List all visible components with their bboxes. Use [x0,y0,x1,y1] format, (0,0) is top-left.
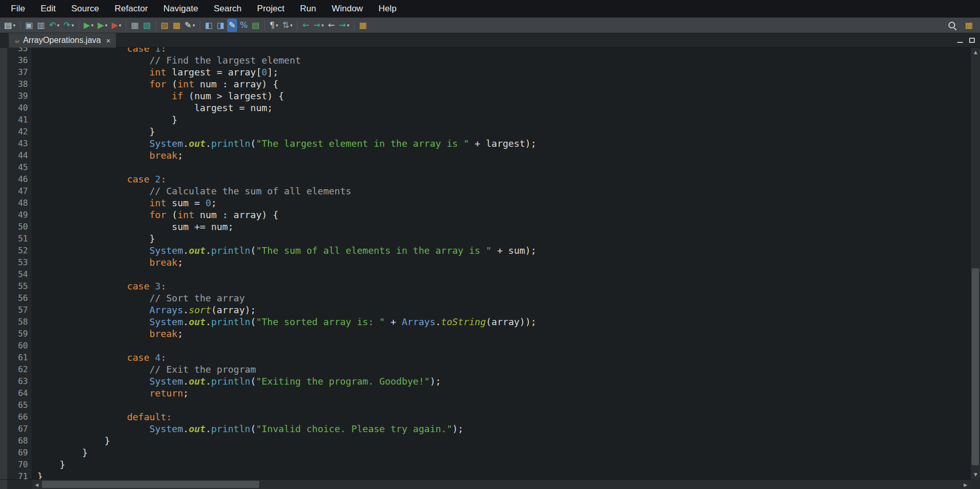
dropdown-caret-icon[interactable]: ▾ [105,23,108,28]
gutter-bottom-fill [0,479,32,489]
dropdown-caret-icon[interactable]: ▾ [13,23,16,28]
dropdown-caret-icon[interactable]: ▾ [192,23,195,28]
code-line: 41 } [7,114,970,126]
clean-build-button[interactable]: ▧ [141,19,152,32]
copy-button[interactable]: ▥ [36,19,47,32]
screenshot-button[interactable]: ▦ [358,19,368,32]
show-whitespace-button[interactable]: ¶▾ [268,19,280,32]
line-number: 56 [7,292,32,304]
save-button[interactable]: ▣ [24,19,35,32]
code-line: 65 [7,399,970,411]
line-number: 64 [7,387,32,399]
dropdown-caret-icon[interactable]: ▾ [347,23,350,28]
line-text: } [32,459,65,470]
menu-navigate[interactable]: Navigate [156,0,206,18]
vertical-scrollbar[interactable]: ▲ ▼ [970,48,980,479]
format-code-button[interactable]: ✎▾ [183,19,197,32]
code-line: 37 int largest = array[0]; [7,66,970,78]
code-line: 51 } [7,233,970,244]
docs-button[interactable]: ▤ [250,19,261,32]
toolbar-divider [354,20,354,30]
line-text: break; [32,328,183,340]
forward-button[interactable]: →▾ [312,19,325,32]
scroll-right-icon[interactable]: ▶ [961,480,970,489]
screenshot-icon: ▦ [359,21,367,29]
code-line: 48 int sum = 0; [7,197,970,209]
line-number: 52 [7,244,32,256]
compare-button[interactable]: ◨ [215,19,226,32]
dropdown-caret-icon[interactable]: ▾ [57,23,60,28]
maximize-icon[interactable] [969,38,975,43]
open-project-button[interactable]: ▨ [159,19,170,32]
menu-source[interactable]: Source [64,0,107,18]
code-line: 59 break; [7,328,970,340]
menu-refactor[interactable]: Refactor [107,0,156,18]
line-text [32,268,37,280]
dropdown-caret-icon[interactable]: ▾ [321,23,324,28]
new-project-button[interactable]: ▩ [171,19,182,32]
coverage-button[interactable]: % [238,19,249,32]
code-line: 49 for (int num : array) { [7,209,970,221]
scroll-left-icon[interactable]: ◀ [32,480,41,489]
minimize-icon[interactable] [957,38,963,43]
dropdown-caret-icon[interactable]: ▾ [91,23,94,28]
scroll-down-icon[interactable]: ▼ [971,470,980,479]
scroll-up-icon[interactable]: ▲ [971,48,980,57]
open-project-icon: ▨ [161,21,169,29]
horizontal-scrollbar-thumb[interactable] [42,481,259,488]
line-text: int largest = array[0]; [32,66,278,78]
window-snapshot-button[interactable]: ▦ [963,19,974,32]
code-line: 64 return; [7,387,970,399]
line-text: System.out.println("The sorted array is:… [32,316,537,328]
code-lines: 35 case 1:36 // Find the largest element… [7,48,970,479]
line-text: System.out.println("The sum of all eleme… [32,244,537,256]
menu-project[interactable]: Project [249,0,292,18]
line-text: } [32,470,43,479]
search-icon[interactable] [948,21,957,30]
redo-button[interactable]: ↷▾ [62,19,76,32]
line-number: 47 [7,185,32,197]
debug-project-icon: ▶ [98,21,104,29]
line-text: case 2: [32,173,166,185]
code-line: 43 System.out.println("The largest eleme… [7,137,970,149]
menu-file[interactable]: File [3,0,33,18]
build-project-button[interactable]: ▦ [129,19,140,32]
dropdown-caret-icon[interactable]: ▾ [119,23,122,28]
new-file-button[interactable]: ▤▾ [3,19,17,32]
menu-run[interactable]: Run [292,0,324,18]
menu-edit[interactable]: Edit [33,0,63,18]
profile-project-button[interactable]: ▶▾ [110,19,123,32]
dropdown-caret-icon[interactable]: ▾ [276,23,278,28]
split-view-button[interactable]: ◧ [203,19,214,32]
line-text: case 3: [32,280,166,292]
menu-window[interactable]: Window [324,0,370,18]
code-editor[interactable]: 35 case 1:36 // Find the largest element… [0,48,970,479]
code-line: 67 System.out.println("Invalid choice. P… [7,423,970,435]
undo-button[interactable]: ↶▾ [48,19,61,32]
horizontal-scrollbar[interactable]: ◀ ▶ [32,479,970,489]
last-edit-button[interactable]: →▾ [337,19,351,32]
annotate-button[interactable]: ✎ [227,19,237,32]
build-project-icon: ▦ [131,21,139,29]
code-line: 38 for (int num : array) { [7,78,970,90]
line-text: case 4: [32,352,166,363]
code-line: 45 [7,161,970,173]
run-project-button[interactable]: ▶▾ [82,19,95,32]
menu-search[interactable]: Search [206,0,249,18]
line-text: // Exit the program [32,363,256,375]
back-button[interactable]: ← [301,19,310,32]
line-number: 66 [7,411,32,423]
debug-project-button[interactable]: ▶▾ [96,19,109,32]
sort-lines-button[interactable]: ⇅▾ [280,19,294,32]
previous-edit-button[interactable]: ← [326,19,336,32]
line-number: 59 [7,328,32,340]
menu-help[interactable]: Help [370,0,404,18]
toolbar-divider [79,20,79,30]
tab-close-icon[interactable]: × [106,37,111,44]
vertical-scrollbar-thumb[interactable] [972,268,979,465]
dropdown-caret-icon[interactable]: ▾ [71,23,74,28]
line-number: 46 [7,173,32,185]
tab-arrayoperations[interactable]: ☕ ArrayOperations.java × [9,33,116,48]
line-number: 61 [7,352,32,363]
dropdown-caret-icon[interactable]: ▾ [290,23,293,28]
